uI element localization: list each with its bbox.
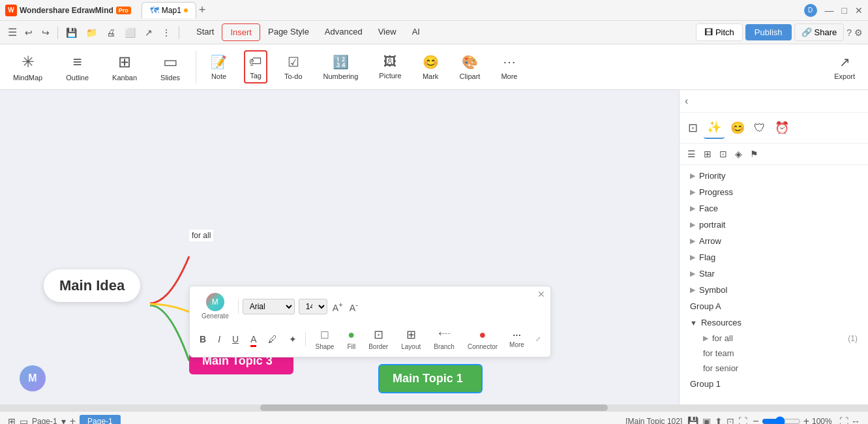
panel-item-progress[interactable]: ▶ Progress [680,184,868,200]
columns-icon[interactable]: ▣ [702,416,711,425]
resize-handle[interactable]: ⤢ [532,333,544,344]
add-page-button[interactable]: + [70,416,76,425]
bold-button[interactable]: B [196,332,209,346]
menu-advanced[interactable]: Advanced [317,23,370,41]
font-selector[interactable]: Arial [243,299,295,314]
layout-tool[interactable]: ⊞ Layout [397,325,425,353]
underline-button[interactable]: U [229,332,242,346]
maximize-button[interactable]: □ [842,5,847,16]
more-tool-button[interactable]: ⋯ More [507,327,527,351]
mindmap-view-button[interactable]: ✳ MindMap [8,50,48,84]
connector-tool[interactable]: ● Connector [464,326,501,353]
avatar[interactable]: D [804,4,817,17]
generate-button[interactable]: M Generate [196,290,234,322]
export-status-icon[interactable]: ⬆ [715,416,723,425]
todo-button[interactable]: ☑ To-do [280,52,307,83]
highlight-button[interactable]: 🖊 [265,332,280,346]
page-dropdown-icon[interactable]: ▾ [61,416,66,425]
panel-star-view-btn[interactable]: ◈ [732,146,745,162]
panel-subitem-for-senior[interactable]: for senior [680,361,868,376]
scrollbar-thumb[interactable] [260,404,607,411]
topic1-node[interactable]: Main Topic 1 [378,364,483,393]
picture-button[interactable]: 🖼 Picture [375,52,405,82]
more-menu-button[interactable]: ⋮ [158,25,175,40]
panel-sparkle-icon-btn[interactable]: ✨ [704,117,725,139]
panel-item-priority[interactable]: ▶ Priority [680,168,868,184]
panel-subitem-for-all[interactable]: ▶ for all (1) [680,331,868,346]
fit-page-button[interactable]: ⛶ [839,416,848,425]
share-menu-button[interactable]: ↗ [141,25,157,40]
fullscreen-icon[interactable]: ⛶ [738,416,747,425]
panel-item-group-a[interactable]: Group A [680,298,868,314]
panel-emoji-icon-btn[interactable]: 😊 [727,117,748,138]
toolbar-close-button[interactable]: ✕ [537,289,545,299]
fill-tool[interactable]: ● Fill [343,326,359,353]
panel-item-star[interactable]: ▶ Star [680,265,868,282]
menu-toggle[interactable]: ☰ [5,26,20,38]
open-button[interactable]: 📁 [82,25,101,40]
zoom-out-button[interactable]: − [753,416,758,425]
clipart-button[interactable]: 🎨 Clipart [456,52,485,83]
shape-tool[interactable]: □ Shape [311,326,338,353]
panel-item-resources[interactable]: ▼ Resources [680,314,868,331]
branch-tool[interactable]: ⬸ Branch [430,326,458,353]
panel-subitem-for-team[interactable]: for team [680,346,868,361]
undo-button[interactable]: ↩ [21,25,37,40]
tag-button[interactable]: 🏷 Tag [244,50,267,83]
panel-shield-icon-btn[interactable]: 🛡 [751,118,769,138]
publish-button[interactable]: Publish [745,24,792,40]
share-button[interactable]: 🔗 Share [794,23,845,41]
panel-list-view-btn[interactable]: ☰ [685,146,698,162]
menu-ai[interactable]: AI [404,23,428,41]
clear-format-button[interactable]: ✦ [286,332,300,346]
minimize-button[interactable]: — [825,5,834,16]
slides-view-button[interactable]: ▭ Slides [155,50,185,84]
mark-button[interactable]: 😊 Mark [419,52,443,83]
settings-button[interactable]: ⚙ [854,27,863,38]
horizontal-scrollbar[interactable] [0,404,868,411]
panel-clock-icon-btn[interactable]: ⏰ [771,117,792,138]
close-button[interactable]: ✕ [855,5,863,16]
panel-item-flag[interactable]: ▶ Flag [680,249,868,265]
more-button[interactable]: ⋯ More [497,52,521,83]
panel-item-group-1[interactable]: Group 1 [680,376,868,392]
page-tab[interactable]: Page-1 [80,415,121,425]
panel-item-arrow[interactable]: ▶ Arrow [680,233,868,249]
export-button[interactable]: ↗ Export [829,52,860,83]
help-button[interactable]: ? [846,27,852,38]
pitch-button[interactable]: 🎞 Pitch [696,23,743,41]
panel-outline-icon-btn[interactable]: ⊡ [685,117,701,138]
redo-button[interactable]: ↪ [38,25,53,40]
zoom-in-button[interactable]: + [803,416,809,425]
save-status-icon[interactable]: 💾 [687,416,698,425]
grid-icon[interactable]: ⊞ [8,416,16,425]
menu-start[interactable]: Start [188,23,222,41]
save-button[interactable]: 💾 [62,25,81,40]
note-button[interactable]: 📝 Note [207,52,231,83]
decrease-font-button[interactable]: A- [348,299,359,314]
print-button[interactable]: 🖨 [102,25,119,40]
font-size-selector[interactable]: 14 [299,299,327,314]
panel-item-face[interactable]: ▶ Face [680,200,868,217]
kanban-view-button[interactable]: ⊞ Kanban [107,50,142,84]
fit-width-button[interactable]: ↔ [851,416,860,425]
new-tab-button[interactable]: + [199,3,206,17]
text-color-button[interactable]: A [247,332,260,346]
menu-insert[interactable]: Insert [222,23,260,41]
zoom-slider[interactable] [762,416,801,425]
border-tool[interactable]: ⊡ Border [365,325,392,353]
panel-item-portrait[interactable]: ▶ portrait [680,217,868,233]
fit-icon[interactable]: ⊡ [726,416,734,425]
numbering-button[interactable]: 🔢 Numbering [320,52,363,83]
panel-image-view-btn[interactable]: ⊡ [717,146,730,162]
export-menu-button[interactable]: ⬜ [121,25,140,40]
increase-font-button[interactable]: A+ [331,299,344,314]
main-idea-node[interactable]: Main Idea [44,269,140,302]
menu-view[interactable]: View [370,23,404,41]
menu-page-style[interactable]: Page Style [260,23,317,41]
active-tab[interactable]: 🗺 Map1 [142,2,196,18]
panel-grid-view-btn[interactable]: ⊞ [701,146,714,162]
italic-button[interactable]: I [215,332,224,346]
outline-view-button[interactable]: ≡ Outline [61,50,94,84]
panel-collapse-button[interactable]: ‹ [685,95,688,107]
